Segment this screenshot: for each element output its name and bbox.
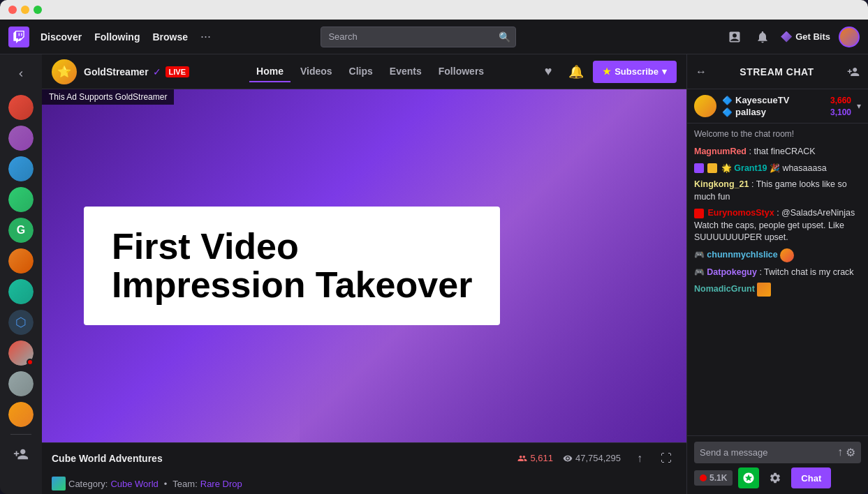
chat-text-6: : Twitch chat is my crack: [759, 267, 853, 277]
nav-more[interactable]: ···: [200, 29, 211, 44]
sidebar-item[interactable]: [7, 186, 35, 214]
chat-message-7: NomadicGrunt: [694, 283, 861, 297]
stream-actions: ↑ ⛶: [629, 448, 677, 469]
chat-gear-icon[interactable]: [765, 467, 786, 488]
tab-videos[interactable]: Videos: [293, 61, 339, 82]
app-window: Discover Following Browse ··· 🔍 Get Bits: [0, 0, 868, 494]
channel-tabs: Home Videos Clips Events Followers: [203, 61, 537, 82]
tab-followers[interactable]: Followers: [432, 61, 491, 82]
featured-name-2[interactable]: pallasy: [735, 107, 766, 117]
notifications-icon[interactable]: [753, 27, 772, 47]
chat-message-2: 🌟 Grant19 🎉 whasaaasa: [694, 163, 861, 175]
share-button[interactable]: ↑: [629, 448, 650, 469]
channel-name-area: GoldStreamer ✓ LIVE: [84, 66, 189, 77]
chat-message-5: 🎮 chunnmychlslice: [694, 248, 861, 262]
badge-sub: [707, 163, 717, 173]
theater-button[interactable]: ⛶: [656, 448, 677, 469]
close-button[interactable]: [8, 6, 17, 14]
chat-expand-icon[interactable]: ↔: [696, 66, 707, 78]
live-badge: LIVE: [165, 66, 189, 77]
chat-title: STREAM CHAT: [711, 66, 843, 77]
emote-2: [757, 283, 771, 297]
sidebar-item[interactable]: [7, 401, 35, 428]
sidebar-item[interactable]: [7, 370, 35, 398]
chat-send-button[interactable]: Chat: [791, 467, 831, 488]
featured-dropdown-arrow[interactable]: ▾: [857, 101, 861, 111]
fullscreen-button[interactable]: [34, 6, 42, 14]
team-link[interactable]: Rare Drop: [200, 479, 242, 489]
get-bits-button[interactable]: Get Bits: [781, 31, 830, 43]
tab-events[interactable]: Events: [383, 61, 429, 82]
nav-browse[interactable]: Browse: [152, 29, 188, 45]
sidebar-collapse-button[interactable]: [7, 60, 35, 88]
chat-add-user-icon[interactable]: [847, 66, 860, 78]
category-thumbnail: [52, 477, 66, 491]
sidebar-item[interactable]: [7, 155, 35, 183]
main-area: G ⬡: [0, 54, 868, 494]
user-avatar[interactable]: [839, 27, 860, 47]
viewer-count: 5,611: [517, 453, 553, 463]
featured-bits-1: 3,660: [830, 96, 851, 105]
category-separator: •: [164, 479, 168, 489]
channel-name: GoldStreamer: [84, 66, 149, 77]
chat-username-eury[interactable]: EurynomosSty​x: [707, 208, 774, 218]
favorite-button[interactable]: ♥: [537, 61, 559, 83]
chat-username-grant[interactable]: Grant19: [734, 163, 767, 173]
chat-message-4: EurynomosSty​x : @SaladsAreNinjas Watch …: [694, 207, 861, 244]
sidebar-add-friends[interactable]: [7, 440, 35, 468]
chat-username-chunn[interactable]: chunnmychlslice: [707, 250, 777, 260]
sidebar-item-g[interactable]: G: [7, 216, 35, 244]
nav-following[interactable]: Following: [94, 29, 140, 45]
ad-headline: First Video Impression Takeover: [112, 227, 472, 304]
twitch-logo[interactable]: [8, 27, 29, 47]
ad-text-box: First Video Impression Takeover: [84, 207, 500, 324]
featured-name-1[interactable]: KayescueTV: [735, 95, 789, 105]
minimize-button[interactable]: [21, 6, 29, 14]
sidebar-item[interactable]: [7, 93, 35, 121]
emote-picker-icon[interactable]: ↑: [837, 446, 843, 459]
treasury-icon[interactable]: [725, 27, 744, 47]
chat-header: ↔ STREAM CHAT: [687, 54, 868, 89]
featured-bits-2: 3,100: [830, 107, 851, 117]
emote-1: [780, 248, 794, 262]
chat-text-1: : that fineCRACK: [749, 147, 815, 156]
featured-area: 🔷 KayescueTV 3,660 🔷 pallasy 3,100 ▾: [687, 89, 868, 123]
chat-viewer-count: 5.1K: [709, 473, 727, 483]
category-bar: Category: Cube World • Team: Rare Drop: [42, 473, 686, 494]
tab-home[interactable]: Home: [249, 61, 290, 82]
nav-discover[interactable]: Discover: [41, 29, 82, 45]
sidebar-item[interactable]: [7, 247, 35, 275]
notification-bell-button[interactable]: 🔔: [565, 61, 587, 83]
bits-diamond-icon: [781, 31, 792, 43]
channel-avatar: ⭐: [52, 59, 77, 84]
sidebar-item-live[interactable]: [7, 339, 35, 367]
video-background: First Video Impression Takeover: [42, 89, 686, 442]
chat-username-datpoke[interactable]: Datpokeguy: [707, 267, 757, 277]
chat-settings-icon[interactable]: ⚙: [846, 446, 855, 459]
search-container: 🔍: [321, 27, 516, 47]
tab-clips[interactable]: Clips: [342, 61, 380, 82]
chat-message-input[interactable]: [700, 447, 833, 458]
sidebar-item[interactable]: [7, 278, 35, 306]
category-label: Category:: [68, 479, 108, 489]
chat-reward-icon[interactable]: [738, 467, 759, 488]
sidebar-item[interactable]: [7, 124, 35, 152]
team-label: Team:: [172, 479, 197, 489]
sidebar-item-hex[interactable]: ⬡: [7, 308, 35, 336]
chat-message-1: MagnumRed : that fineCRACK: [694, 146, 861, 158]
subscribe-button[interactable]: ★ Subscribe ▾: [593, 61, 677, 83]
chat-messages: Welcome to the chat room! MagnumRed : th…: [687, 123, 868, 435]
chat-message-6: 🎮 Datpokeguy : Twitch chat is my crack: [694, 267, 861, 279]
category-link[interactable]: Cube World: [110, 479, 158, 489]
nav-bar: Discover Following Browse ··· 🔍 Get Bits: [0, 20, 868, 54]
chat-username-king[interactable]: Kingkong_21: [694, 179, 749, 189]
chat-input-area: ↑ ⚙ 5.1K Chat: [687, 435, 868, 494]
chat-panel: ↔ STREAM CHAT 🔷 KayescueTV 3,660: [686, 54, 868, 494]
ad-banner: This Ad Supports GoldStreamer: [42, 89, 174, 105]
channel-right: ♥ 🔔 ★ Subscribe ▾: [537, 61, 677, 83]
search-input[interactable]: [321, 27, 516, 47]
welcome-message: Welcome to the chat room!: [694, 129, 861, 139]
viewer-count-badge[interactable]: 5.1K: [694, 470, 733, 486]
chat-username-nomadic[interactable]: NomadicGrunt: [694, 284, 755, 294]
chat-username-magnum[interactable]: MagnumRed: [694, 147, 746, 156]
